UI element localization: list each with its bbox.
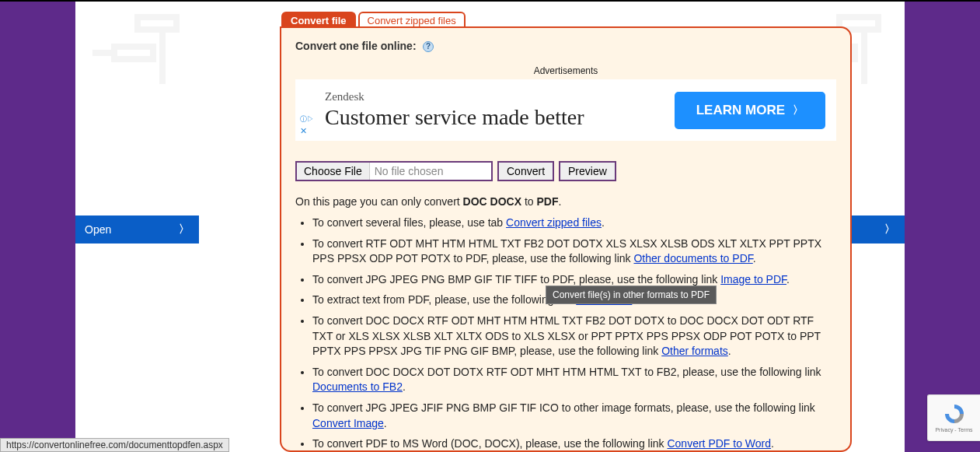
- preview-button[interactable]: Preview: [559, 161, 616, 181]
- info-link[interactable]: Other documents to PDF: [633, 252, 752, 265]
- list-item: To convert JPG JPEG JFIF PNG BMP GIF TIF…: [312, 401, 836, 431]
- info-link[interactable]: Image to PDF: [720, 273, 786, 286]
- recaptcha-icon: [943, 403, 966, 425]
- convert-panel: Convert one file online: ? Advertisement…: [280, 26, 852, 452]
- info-link[interactable]: Documents to FB2: [312, 380, 403, 393]
- help-icon[interactable]: ?: [423, 41, 434, 52]
- intro-text: On this page you can only convert DOC DO…: [281, 181, 850, 208]
- decorative-icon: [92, 9, 186, 87]
- list-item: To convert DOC DOCX RTF ODT MHT HTM HTML…: [312, 314, 836, 359]
- list-item: To convert RTF ODT MHT HTM HTML TXT FB2 …: [312, 237, 836, 267]
- status-bar-url: https://convertonlinefree.com/documentto…: [0, 438, 229, 452]
- panel-title: Convert one file online:: [295, 40, 417, 52]
- side-ad-label: Open: [85, 223, 111, 236]
- ad-brand: Zendesk: [325, 90, 584, 103]
- file-placeholder: No file chosen: [370, 163, 491, 180]
- file-input[interactable]: Choose File No file chosen: [295, 161, 493, 181]
- recaptcha-badge[interactable]: Privacy - Terms: [927, 394, 980, 441]
- chevron-right-icon: 〉: [793, 103, 804, 117]
- adchoices-icon[interactable]: ⓘ▷ ✕: [300, 114, 314, 136]
- chevron-right-icon: 〉: [179, 222, 190, 237]
- side-ad-open-left[interactable]: Open 〉: [75, 215, 199, 244]
- ad-label: Advertisements: [281, 65, 850, 76]
- info-link[interactable]: Convert Image: [312, 417, 384, 429]
- svg-rect-0: [138, 17, 176, 30]
- info-link[interactable]: Convert zipped files: [506, 216, 602, 229]
- ad-headline: Customer service made better: [325, 105, 584, 130]
- tooltip: Convert file(s) in other formats to PDF: [546, 286, 717, 304]
- info-list: To convert several files, please, use ta…: [281, 208, 850, 452]
- ad-cta-button[interactable]: LEARN MORE 〉: [675, 92, 825, 129]
- svg-rect-1: [114, 47, 153, 59]
- list-item: To convert PDF to MS Word (DOC, DOCX), p…: [312, 436, 836, 452]
- upload-form: Choose File No file chosen Convert Previ…: [281, 141, 850, 181]
- list-item: To convert several files, please, use ta…: [312, 215, 836, 231]
- info-link[interactable]: Other formats: [661, 345, 728, 357]
- side-ad-watermark-left: [77, 5, 201, 91]
- convert-button[interactable]: Convert: [497, 161, 554, 181]
- chevron-right-icon: 〉: [884, 222, 895, 237]
- info-link[interactable]: Convert PDF to Word: [667, 437, 771, 450]
- choose-file-button[interactable]: Choose File: [297, 163, 370, 180]
- list-item: To convert DOC DOCX DOT DOTX RTF ODT MHT…: [312, 365, 836, 395]
- ad-banner[interactable]: ⓘ▷ ✕ Zendesk Customer service made bette…: [295, 79, 836, 141]
